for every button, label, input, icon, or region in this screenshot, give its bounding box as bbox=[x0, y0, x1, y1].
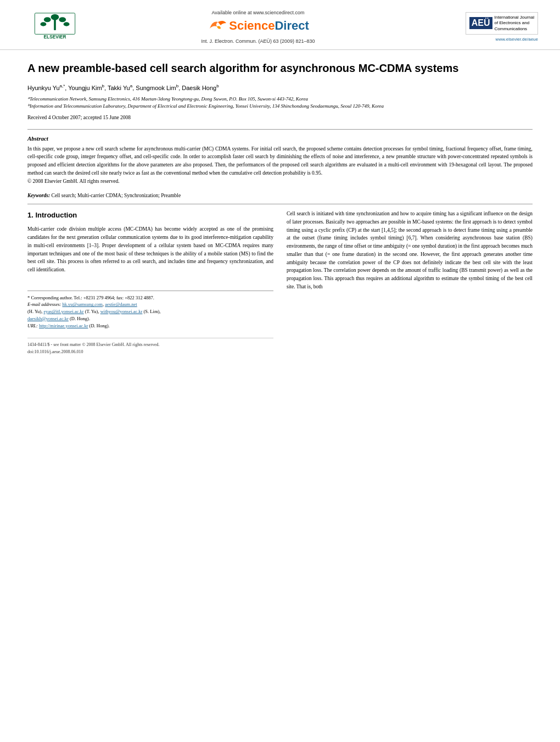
footnote-daesik-line: daesikh@yonsei.ac.kr (D. Hong). bbox=[27, 315, 273, 322]
affiliation-b: ᵇInformation and Telecommunication Labor… bbox=[27, 103, 384, 109]
abstract-text: In this paper, we propose a new cell sea… bbox=[27, 145, 533, 186]
left-column: 1. Introduction Multi-carrier code divis… bbox=[27, 210, 273, 355]
footnote-email-label: E-mail addresses: bbox=[27, 302, 61, 307]
footnote-email1-link[interactable]: hk.yu@samsung.com bbox=[62, 302, 102, 307]
section1-title: 1. Introduction bbox=[27, 210, 273, 221]
aeu-box: AEÜ bbox=[469, 17, 492, 29]
section1-col1-p1: Multi-carrier code division multiple acc… bbox=[27, 225, 273, 274]
sciencedirect-label: ScienceDirect bbox=[229, 19, 309, 33]
svg-point-5 bbox=[64, 22, 70, 26]
svg-text:ELSEVIER: ELSEVIER bbox=[44, 34, 66, 39]
footnote-email4-link[interactable]: withyou@yonsei.ac.kr bbox=[100, 309, 143, 314]
copyright-area: 1434-8411/$ - see front matter © 2008 El… bbox=[27, 338, 273, 355]
abstract-section: Abstract In this paper, we propose a new… bbox=[27, 135, 533, 186]
footnote-area: * Corresponding author. Tel.: +8231 279 … bbox=[27, 291, 273, 330]
footnote-emails: E-mail addresses: hk.yu@samsung.com, aes… bbox=[27, 301, 273, 308]
journal-info-text: Int. J. Electron. Commun. (AEÜ) 63 (2009… bbox=[201, 38, 315, 44]
svg-point-2 bbox=[44, 17, 51, 22]
right-column: Cell search is initiated with time synch… bbox=[287, 210, 533, 355]
sciencedirect-area: Available online at www.sciencedirect.co… bbox=[88, 10, 428, 44]
svg-point-4 bbox=[40, 22, 46, 26]
authors: Hyunkyu Yua,*, Youngju Kimb, Takki Yua, … bbox=[27, 83, 533, 91]
footnote-url-who: (D. Hong). bbox=[89, 323, 110, 328]
footnote-names-line: (H. Yu), eyas@itl.yonsei.ac.kr (T. Yu), … bbox=[27, 308, 273, 315]
divider-top bbox=[27, 129, 533, 130]
svg-rect-6 bbox=[54, 19, 56, 30]
elsevier-logo-area: ELSEVIER bbox=[22, 12, 88, 42]
main-content: A new preamble-based cell search algorit… bbox=[0, 50, 560, 366]
received-dates: Received 4 October 2007; accepted 15 Jun… bbox=[27, 115, 533, 120]
affiliations: ᵃTelecommunication Network, Samsung Elec… bbox=[27, 96, 533, 110]
footnote-email3-link[interactable]: eyas@itl.yonsei.ac.kr bbox=[43, 309, 83, 314]
two-column-body: 1. Introduction Multi-carrier code divis… bbox=[27, 210, 533, 355]
website-link[interactable]: www.elsevier.de/aeue bbox=[496, 37, 538, 42]
elsevier-logo-icon: ELSEVIER bbox=[30, 12, 80, 42]
footnote-url-line: URL: http://mirinae.yonsei.ac.kr (D. Hon… bbox=[27, 322, 273, 330]
section1-col2-p1: Cell search is initiated with time synch… bbox=[287, 210, 533, 291]
page: ELSEVIER Available online at www.science… bbox=[0, 0, 560, 742]
keywords-label: Keywords: bbox=[27, 193, 50, 198]
paper-title: A new preamble-based cell search algorit… bbox=[27, 61, 533, 76]
abstract-copyright: © 2008 Elsevier GmbH. All rights reserve… bbox=[27, 178, 120, 184]
sciencedirect-bird-icon bbox=[207, 18, 229, 34]
sciencedirect-logo: ScienceDirect bbox=[207, 18, 309, 34]
aeu-text: International Journal of Electronics and… bbox=[495, 15, 535, 32]
header: ELSEVIER Available online at www.science… bbox=[0, 0, 560, 50]
affiliation-a: ᵃTelecommunication Network, Samsung Elec… bbox=[27, 96, 308, 102]
svg-point-3 bbox=[59, 17, 66, 22]
footnote-corresponding: * Corresponding author. Tel.: +8231 279 … bbox=[27, 294, 273, 302]
footnote-email2-link[interactable]: aestie@daum.net bbox=[105, 302, 137, 307]
footnote-url-link[interactable]: http://mirinae.yonsei.ac.kr bbox=[39, 323, 88, 328]
footnote-url-label: URL: bbox=[27, 323, 38, 328]
aeu-logo: AEÜ International Journal of Electronics… bbox=[466, 12, 538, 35]
copyright-text: 1434-8411/$ - see front matter © 2008 El… bbox=[27, 342, 273, 348]
divider-bottom bbox=[27, 204, 533, 204]
abstract-title: Abstract bbox=[27, 135, 533, 142]
keywords-text: Cell search; Multi-carrier CDMA; Synchro… bbox=[52, 193, 181, 198]
keywords: Keywords: Cell search; Multi-carrier CDM… bbox=[27, 193, 533, 198]
aeu-logo-area: AEÜ International Journal of Electronics… bbox=[428, 12, 538, 42]
footnote-email5-link[interactable]: daesikh@yonsei.ac.kr bbox=[27, 316, 69, 321]
doi-text: doi:10.1016/j.aeue.2008.06.010 bbox=[27, 349, 273, 355]
available-online-text: Available online at www.sciencedirect.co… bbox=[212, 10, 305, 15]
